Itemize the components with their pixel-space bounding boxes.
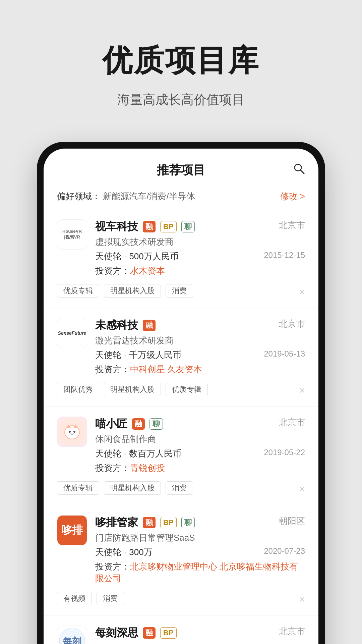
company-name-2: 未感科技	[95, 318, 138, 333]
tag-4-1: 有视频	[57, 592, 92, 605]
badge-bp-1: BP	[160, 221, 177, 232]
card-name-row-3: 喵小匠 融 聊	[95, 417, 305, 431]
badge-bp-5: BP	[160, 627, 177, 639]
company-name-1: 视车科技	[95, 219, 138, 234]
city-label-4: 朝阳区	[279, 515, 305, 527]
preference-label-area: 偏好领域： 新能源汽车/消费/半导体	[57, 191, 195, 202]
phone-screen: 推荐项目 偏好领域： 新能源汽车/消费/半导体 修改 > 北京市	[44, 149, 318, 644]
card-tags-1: 优质专辑 明星机构入股 消费	[57, 284, 305, 298]
card-name-row-4: 哆排管家 融 BP 聊	[95, 515, 305, 530]
tag-1-3: 消费	[166, 284, 193, 298]
card-investor-1: 投资方：水木资本	[95, 265, 305, 277]
card-date-3: 2019-05-22	[264, 448, 305, 457]
tag-3-1: 优质专辑	[57, 481, 99, 495]
tag-2-2: 明星机构入股	[104, 383, 161, 396]
card-tags-4: 有视频 消费	[57, 592, 305, 605]
card-desc-2: 激光雷达技术研发商	[95, 335, 305, 346]
project-card-2[interactable]: 北京市 SenseFuture 未感科技 融 激光雷达技术研发商 天使轮·千万级…	[44, 308, 318, 407]
city-label-3: 北京市	[279, 417, 305, 428]
badge-rong-5: 融	[143, 627, 156, 639]
card-desc-3: 休闲食品制作商	[95, 433, 305, 445]
tag-3-2: 明星机构入股	[104, 481, 161, 495]
investor-name-4-1: 北京哆财物业管理中心	[130, 561, 217, 572]
card-tags-2: 团队优秀 明星机构入股 优质专辑	[57, 383, 305, 396]
badge-rong-3: 融	[132, 418, 145, 430]
search-icon[interactable]	[293, 162, 305, 177]
card-round-4: 天使轮·300万 2020-07-23	[95, 546, 305, 558]
card-top-4: 哆排 哆排管家 融 BP 聊 门店防跑路日常管理SaaS 天使轮·300万 20…	[57, 515, 305, 588]
card-info-5: 每刻深思 融 BP	[95, 626, 305, 642]
project-card-5[interactable]: 北京市 每刻 每刻深思 融 BP	[44, 615, 318, 644]
card-info-3: 喵小匠 融 聊 休闲食品制作商 天使轮·数百万人民币 2019-05-22 投资…	[95, 417, 305, 478]
hero-title: 优质项目库	[20, 40, 342, 81]
preference-edit-button[interactable]: 修改 >	[280, 191, 305, 202]
card-investor-4: 投资方：北京哆财物业管理中心 北京哆福生物科技有限公司	[95, 561, 305, 584]
card-tags-3: 优质专辑 明星机构入股 消费	[57, 481, 305, 495]
card-investor-3: 投资方：青锐创投	[95, 462, 305, 474]
tag-4-2: 消费	[97, 592, 124, 605]
investor-name-2-2: 久友资本	[167, 364, 202, 374]
project-card-4[interactable]: 朝阳区 哆排 哆排管家 融 BP 聊 门店防跑路日常管理SaaS	[44, 505, 318, 615]
tag-3-3: 消费	[166, 481, 193, 495]
badge-rong-1: 融	[143, 221, 156, 232]
project-card-1[interactable]: 北京市 HouseVR|视驾VR 视车科技 融 BP 聊 虚拟现实技术研发商	[44, 209, 318, 308]
card-top-2: SenseFuture 未感科技 融 激光雷达技术研发商 天使轮·千万级人民币 …	[57, 318, 305, 379]
investor-name-2-1: 中科创星	[130, 364, 165, 374]
badge-bp-4: BP	[160, 517, 177, 528]
company-logo-2: SenseFuture	[57, 318, 87, 348]
company-name-4: 哆排管家	[95, 515, 138, 530]
card-round-1: 天使轮·500万人民币 2015-12-15	[95, 251, 305, 262]
company-name-5: 每刻深思	[95, 626, 138, 640]
card-date-2: 2019-05-13	[264, 349, 305, 359]
tag-1-1: 优质专辑	[57, 284, 99, 298]
investor-name-1-1: 水木资本	[130, 266, 165, 276]
tag-2-1: 团队优秀	[57, 383, 99, 396]
phone-frame: 推荐项目 偏好领域： 新能源汽车/消费/半导体 修改 > 北京市	[37, 142, 325, 644]
tag-2-3: 优质专辑	[166, 383, 208, 396]
tag-1-2: 明星机构入股	[104, 284, 161, 298]
company-name-3: 喵小匠	[95, 417, 127, 431]
card-date-1: 2015-12-15	[264, 251, 305, 260]
close-icon-1[interactable]: ×	[299, 286, 305, 298]
badge-liao-4: 聊	[181, 517, 195, 528]
app-header-title: 推荐项目	[157, 162, 205, 178]
badge-liao-1: 聊	[181, 221, 195, 232]
city-label-1: 北京市	[279, 219, 305, 231]
card-date-4: 2020-07-23	[264, 546, 305, 556]
card-info-4: 哆排管家 融 BP 聊 门店防跑路日常管理SaaS 天使轮·300万 2020-…	[95, 515, 305, 588]
card-info-1: 视车科技 融 BP 聊 虚拟现实技术研发商 天使轮·500万人民币 2015-1…	[95, 219, 305, 281]
hero-subtitle: 海量高成长高价值项目	[20, 91, 342, 108]
company-logo-3	[57, 417, 87, 447]
preference-label: 偏好领域：	[57, 191, 101, 201]
badge-rong-2: 融	[143, 320, 156, 331]
city-label-2: 北京市	[279, 318, 305, 330]
badge-liao-3: 聊	[149, 418, 163, 430]
card-investor-2: 投资方：中科创星 久友资本	[95, 364, 305, 375]
card-round-2: 天使轮·千万级人民币 2019-05-13	[95, 349, 305, 361]
card-name-row-5: 每刻深思 融 BP	[95, 626, 305, 640]
badge-rong-4: 融	[143, 517, 156, 528]
close-icon-4[interactable]: ×	[299, 594, 305, 605]
svg-point-4	[69, 431, 71, 433]
preference-bar: 偏好领域： 新能源汽车/消费/半导体 修改 >	[44, 185, 318, 209]
card-name-row-1: 视车科技 融 BP 聊	[95, 219, 305, 234]
card-name-row-2: 未感科技 融	[95, 318, 305, 333]
svg-line-1	[301, 170, 304, 173]
company-logo-5: 每刻	[57, 626, 87, 644]
card-top-5: 每刻 每刻深思 融 BP	[57, 626, 305, 644]
investor-name-3-1: 青锐创投	[130, 463, 165, 473]
close-icon-3[interactable]: ×	[299, 483, 305, 495]
company-logo-4: 哆排	[57, 515, 87, 545]
preference-value: 新能源汽车/消费/半导体	[103, 191, 195, 201]
city-label-5: 北京市	[279, 626, 305, 637]
hero-section: 优质项目库 海量高成长高价值项目	[0, 0, 362, 128]
card-desc-1: 虚拟现实技术研发商	[95, 236, 305, 248]
project-list: 北京市 HouseVR|视驾VR 视车科技 融 BP 聊 虚拟现实技术研发商	[44, 209, 318, 644]
card-top-3: 喵小匠 融 聊 休闲食品制作商 天使轮·数百万人民币 2019-05-22 投资…	[57, 417, 305, 478]
company-logo-1: HouseVR|视驾VR	[57, 219, 87, 250]
project-card-3[interactable]: 北京市	[44, 407, 318, 505]
svg-point-5	[73, 431, 75, 433]
card-info-2: 未感科技 融 激光雷达技术研发商 天使轮·千万级人民币 2019-05-13 投…	[95, 318, 305, 379]
close-icon-2[interactable]: ×	[299, 385, 305, 396]
app-header: 推荐项目	[44, 149, 318, 185]
